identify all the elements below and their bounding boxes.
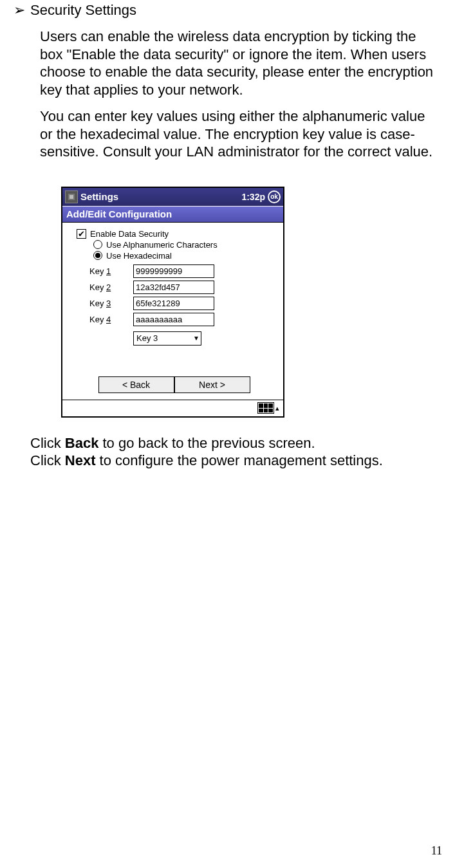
radio-hexadecimal[interactable] xyxy=(93,251,102,260)
up-arrow-icon[interactable]: ▴ xyxy=(275,404,279,412)
form-pane: ✔ Enable Data Security Use Alphanumeric … xyxy=(62,223,283,400)
section-heading: Security Settings xyxy=(30,2,136,19)
ok-button[interactable]: ok xyxy=(268,190,281,203)
page-number: 11 xyxy=(431,844,442,858)
page-subtitle: Add/Edit Configuration xyxy=(62,206,283,223)
sip-bar: ▴ xyxy=(62,400,283,416)
settings-app-icon xyxy=(65,190,78,203)
enable-security-checkbox[interactable]: ✔ xyxy=(77,229,86,239)
bullet-arrow-icon: ➢ xyxy=(14,2,25,19)
paragraph-1: Users can enable the wireless data encry… xyxy=(40,28,439,98)
key4-input[interactable] xyxy=(133,313,214,326)
title-bar: Settings 1:32p ok xyxy=(62,188,283,206)
window-title: Settings xyxy=(80,191,241,202)
key4-label: Key 4 xyxy=(89,315,125,324)
paragraph-2: You can enter key values using either th… xyxy=(40,107,439,161)
key1-input[interactable] xyxy=(133,264,214,278)
back-button[interactable]: < Back xyxy=(98,376,174,393)
key2-input[interactable] xyxy=(133,281,214,294)
radio-alphanumeric[interactable] xyxy=(93,240,102,249)
embedded-screenshot: Settings 1:32p ok Add/Edit Configuration… xyxy=(61,187,284,418)
radio-hexadecimal-label: Use Hexadecimal xyxy=(106,251,172,261)
next-button[interactable]: Next > xyxy=(174,376,250,393)
svg-rect-1 xyxy=(70,195,73,199)
keyboard-icon[interactable] xyxy=(257,402,274,414)
chevron-down-icon: ▼ xyxy=(193,335,200,342)
enable-security-label: Enable Data Security xyxy=(90,229,169,239)
key2-label: Key 2 xyxy=(89,282,125,292)
radio-alphanumeric-label: Use Alphanumeric Characters xyxy=(106,240,218,250)
key3-label: Key 3 xyxy=(89,299,125,308)
key-select-dropdown[interactable]: Key 3 ▼ xyxy=(133,331,201,346)
key-select-value: Key 3 xyxy=(136,333,158,343)
key1-label: Key 1 xyxy=(89,266,125,276)
click-back-text: Click Back to go back to the previous sc… xyxy=(30,434,445,470)
clock-time: 1:32p xyxy=(241,192,265,202)
key3-input[interactable] xyxy=(133,297,214,310)
